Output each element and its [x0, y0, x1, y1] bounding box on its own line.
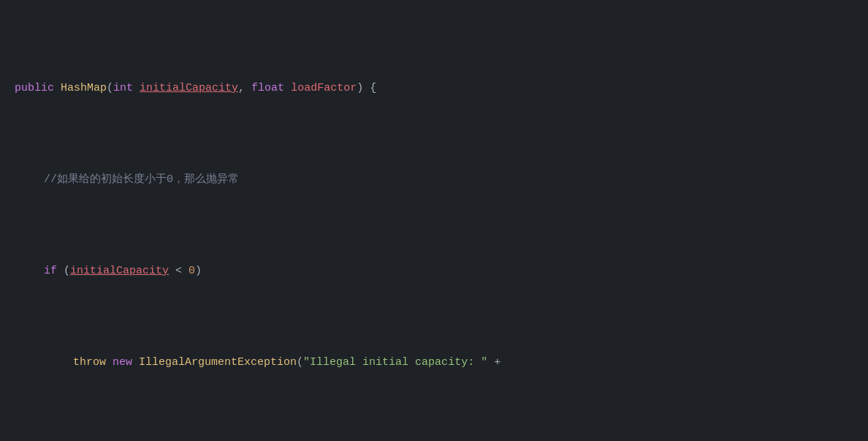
- line-throw-1: throw new IllegalArgumentException("Ille…: [0, 354, 868, 373]
- param-initial-capacity: initialCapacity: [140, 80, 238, 98]
- keyword-float: float: [251, 80, 291, 98]
- type-illegal-1: IllegalArgumentException: [139, 354, 297, 372]
- ref-initial-capacity-1: initialCapacity: [70, 263, 169, 281]
- keyword-public: public: [15, 80, 61, 98]
- keyword-if-1: if: [44, 263, 64, 281]
- line-method-signature: public HashMap(int initialCapacity, floa…: [0, 80, 868, 99]
- line-if-initial-lt-0: if (initialCapacity < 0): [0, 263, 868, 282]
- keyword-new-1: new: [113, 354, 139, 372]
- comment-initial-lt-0: //如果给的初始长度小于0，那么抛异常: [44, 171, 239, 189]
- keyword-throw-1: throw: [73, 354, 113, 372]
- keyword-int: int: [113, 80, 140, 98]
- string-illegal-initial: "Illegal initial capacity: ": [303, 354, 487, 372]
- type-hashmap: HashMap: [61, 80, 107, 98]
- code-block: public HashMap(int initialCapacity, floa…: [0, 0, 868, 441]
- param-load-factor: loadFactor: [291, 80, 357, 98]
- line-comment-1: //如果给的初始长度小于0，那么抛异常: [0, 171, 868, 190]
- num-0-1: 0: [189, 263, 195, 281]
